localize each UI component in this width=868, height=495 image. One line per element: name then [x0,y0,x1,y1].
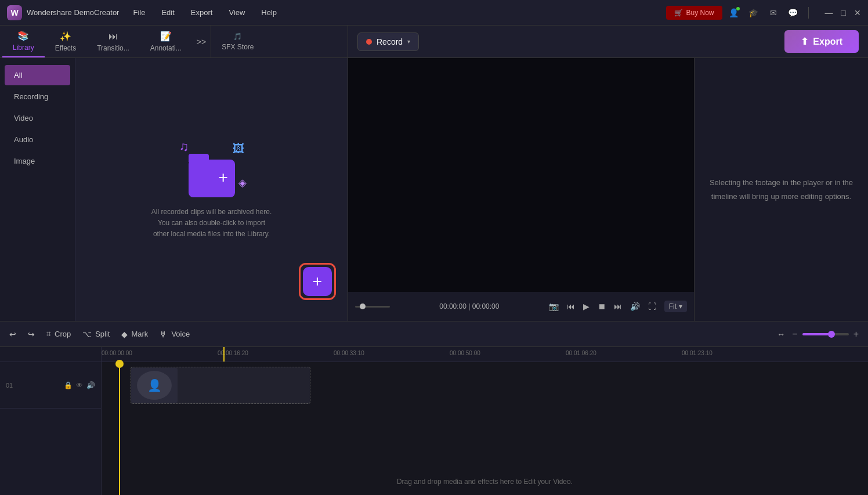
media-desc-line1: All recorded clips will be archived here… [151,208,272,216]
fit-chevron-icon: ▾ [679,302,682,310]
timeline-area: ↩ ↪ ⌗ Crop ⌥ Split ◆ Mark 🎙 Voice ↔ − [0,321,868,495]
zoom-in-button[interactable]: + [853,329,859,339]
redo-icon: ↪ [28,330,35,339]
playhead [119,362,120,495]
ruler-mark-5: 00:01:23:10 [682,350,713,356]
redo-button[interactable]: ↪ [28,330,35,339]
window-controls: — □ ✕ [825,8,861,17]
crop-label: Crop [55,330,71,338]
annotations-tab-icon: 📝 [160,31,172,42]
menu-help[interactable]: Help [259,7,279,18]
title-bar-right: 🛒 Buy Now 👤 🎓 ✉ 💬 — □ ✕ [666,6,862,20]
timeline-right-tools: ↔ − + [777,329,859,339]
folder-plus-icon: + [219,168,228,187]
clip-thumbnail: 👤 [131,368,178,403]
tab-sfxstore[interactable]: 🎵 SFX Store [211,26,264,57]
account-status-dot [736,7,740,10]
sidebar-item-image[interactable]: Image [5,151,70,171]
tutorial-icon[interactable]: 🎓 [748,7,760,19]
tab-effects[interactable]: ✨ Effects [45,26,86,57]
timeline-body: 01 🔒 👁 🔊 00:00:00:00 00:00:16:20 00:00:3… [0,347,868,495]
menu-export[interactable]: Export [189,7,215,18]
split-tool[interactable]: ⌥ Split [82,330,110,339]
voice-tool[interactable]: 🎙 Voice [160,330,190,339]
screenshot-button[interactable]: 📷 [549,302,559,311]
video-preview: 00:00:00 | 00:00:00 📷 ⏮ ▶ ⏹ ⏭ 🔊 ⛶ Fit ▾ [348,58,694,321]
undo-button[interactable]: ↩ [9,330,16,339]
close-button[interactable]: ✕ [854,8,861,17]
record-button[interactable]: Record ▾ [357,32,419,51]
step-back-button[interactable]: ⏮ [567,302,575,311]
play-button[interactable]: ▶ [583,302,589,311]
mark-label: Mark [131,330,148,338]
track-icons: 🔒 👁 🔊 [64,381,95,389]
sidebar-item-recording[interactable]: Recording [5,86,70,107]
undo-icon: ↩ [9,330,16,339]
video-clip[interactable]: 👤 [131,367,310,404]
total-time: 00:00:00 [472,302,500,310]
time-display: 00:00:00 | 00:00:00 [439,302,499,310]
split-label: Split [95,330,110,338]
fullscreen-button[interactable]: ⛶ [648,302,656,311]
buy-now-button[interactable]: 🛒 Buy Now [666,6,722,20]
tab-more-button[interactable]: >> [192,37,211,46]
ruler-mark-1: 00:00:16:20 [218,350,248,356]
zoom-slider[interactable] [802,333,849,335]
volume-button[interactable]: 🔊 [630,302,640,311]
sidebar-item-audio-label: Audio [14,135,33,144]
sidebar-item-video-label: Video [14,114,33,122]
tracks-content[interactable]: 👤 Drag and drop media and effects here t… [102,362,868,495]
mail-icon[interactable]: ✉ [768,7,779,19]
properties-panel: Selecting the footage in the player or i… [694,58,868,321]
menu-edit[interactable]: Edit [159,7,176,18]
step-forward-button[interactable]: ⏭ [614,302,622,311]
minimize-button[interactable]: — [825,8,833,17]
sfxstore-tab-icon: 🎵 [233,32,242,41]
record-chevron-icon: ▾ [407,38,410,45]
track-audio-icon[interactable]: 🔊 [86,381,95,389]
track-visibility-icon[interactable]: 👁 [76,381,83,389]
export-button[interactable]: ⬆ Export [784,30,859,53]
main-area: 📚 Library ✨ Effects ⏭ Transitio... 📝 Ann… [0,26,868,321]
track-lock-icon[interactable]: 🔒 [64,381,73,389]
left-panel: 📚 Library ✨ Effects ⏭ Transitio... 📝 Ann… [0,26,348,321]
timeline-ruler: 00:00:00:00 00:00:16:20 00:00:33:10 00:0… [102,347,868,362]
mark-tool[interactable]: ◆ Mark [121,330,148,339]
sidebar-item-video[interactable]: Video [5,108,70,128]
stop-button[interactable]: ⏹ [598,302,606,311]
voice-icon: 🎙 [160,330,168,339]
account-icon[interactable]: 👤 [728,7,740,19]
import-media-button[interactable]: + [303,267,332,296]
playback-handle [360,303,366,309]
sidebar-item-all-label: All [14,71,22,80]
track-labels: 01 🔒 👁 🔊 [0,347,102,495]
fit-button[interactable]: Fit ▾ [664,301,687,312]
sidebar-item-all[interactable]: All [5,65,70,85]
chat-icon[interactable]: 💬 [787,7,799,19]
media-desc-line2: You can also double-click to import [158,219,265,227]
tab-library[interactable]: 📚 Library [2,26,45,57]
voice-label: Voice [171,330,190,338]
fit-timeline-button[interactable]: ↔ [777,330,785,339]
sidebar-item-recording-label: Recording [14,92,48,101]
sidebar-item-audio[interactable]: Audio [5,129,70,150]
menu-view[interactable]: View [226,7,247,18]
menu-file[interactable]: File [131,7,147,18]
crop-tool[interactable]: ⌗ Crop [46,329,71,339]
transitions-tab-label: Transitio... [97,44,129,52]
media-area: ♫ 🖼 + ◈ All recorded clips will be archi… [75,58,348,321]
tab-annotations[interactable]: 📝 Annotati... [140,26,192,57]
preview-canvas[interactable] [348,58,694,292]
logo-icon: W [7,5,22,20]
playback-bar[interactable] [355,306,390,308]
sidebar: All Recording Video Audio Image [0,58,75,321]
tab-transitions[interactable]: ⏭ Transitio... [86,26,140,57]
top-bar: Record ▾ ⬆ Export [348,26,868,58]
zoom-out-button[interactable]: − [792,329,797,339]
split-icon: ⌥ [82,330,92,339]
properties-hint-text: Selecting the footage in the player or i… [706,176,856,203]
tracks-content-area: 00:00:00:00 00:00:16:20 00:00:33:10 00:0… [102,347,868,495]
maximize-button[interactable]: □ [841,8,846,17]
right-panel: Record ▾ ⬆ Export 00:00:00 | [348,26,868,321]
media-description: All recorded clips will be archived here… [151,207,272,240]
